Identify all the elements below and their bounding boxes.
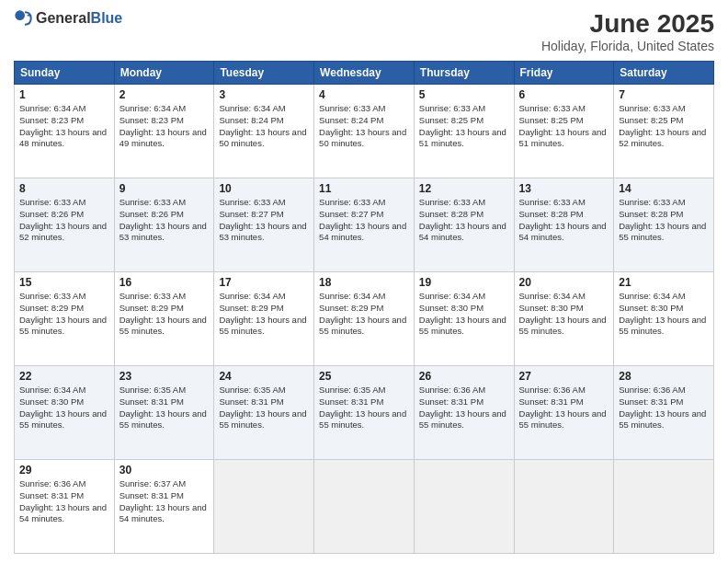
calendar-cell: 2Sunrise: 6:34 AMSunset: 8:23 PMDaylight…: [114, 85, 214, 178]
day-number: 6: [519, 88, 609, 101]
day-info: Sunrise: 6:33 AMSunset: 8:24 PMDaylight:…: [319, 103, 409, 150]
calendar-cell: [514, 460, 614, 554]
day-number: 18: [319, 276, 409, 289]
calendar-cell: 20Sunrise: 6:34 AMSunset: 8:30 PMDayligh…: [514, 272, 614, 366]
day-number: 14: [619, 182, 709, 195]
calendar-cell: 16Sunrise: 6:33 AMSunset: 8:29 PMDayligh…: [114, 272, 214, 366]
day-info: Sunrise: 6:36 AMSunset: 8:31 PMDaylight:…: [519, 385, 609, 431]
day-number: 23: [119, 370, 210, 383]
calendar-cell: 28Sunrise: 6:36 AMSunset: 8:31 PMDayligh…: [614, 366, 714, 460]
day-info: Sunrise: 6:34 AMSunset: 8:23 PMDaylight:…: [119, 103, 210, 150]
day-info: Sunrise: 6:33 AMSunset: 8:27 PMDaylight:…: [219, 197, 309, 244]
day-number: 11: [319, 182, 409, 195]
day-info: Sunrise: 6:34 AMSunset: 8:29 PMDaylight:…: [219, 291, 309, 338]
day-info: Sunrise: 6:33 AMSunset: 8:26 PMDaylight:…: [19, 197, 109, 244]
col-thursday: Thursday: [414, 62, 514, 85]
day-number: 13: [519, 182, 609, 195]
calendar-cell: 7Sunrise: 6:33 AMSunset: 8:25 PMDaylight…: [614, 85, 714, 178]
day-info: Sunrise: 6:35 AMSunset: 8:31 PMDaylight:…: [219, 385, 309, 431]
day-info: Sunrise: 6:33 AMSunset: 8:28 PMDaylight:…: [619, 197, 709, 244]
col-saturday: Saturday: [614, 62, 714, 85]
day-info: Sunrise: 6:33 AMSunset: 8:29 PMDaylight:…: [19, 291, 109, 338]
calendar-cell: 14Sunrise: 6:33 AMSunset: 8:28 PMDayligh…: [614, 178, 714, 272]
calendar-cell: [214, 460, 314, 554]
calendar-cell: 19Sunrise: 6:34 AMSunset: 8:30 PMDayligh…: [414, 272, 514, 366]
calendar-cell: 25Sunrise: 6:35 AMSunset: 8:31 PMDayligh…: [314, 366, 415, 460]
day-number: 26: [419, 370, 509, 383]
calendar-cell: 5Sunrise: 6:33 AMSunset: 8:25 PMDaylight…: [414, 85, 514, 178]
calendar-cell: 30Sunrise: 6:37 AMSunset: 8:31 PMDayligh…: [114, 460, 214, 554]
day-number: 20: [519, 276, 609, 289]
day-info: Sunrise: 6:36 AMSunset: 8:31 PMDaylight:…: [419, 385, 509, 431]
day-number: 7: [619, 88, 709, 101]
calendar-cell: 11Sunrise: 6:33 AMSunset: 8:27 PMDayligh…: [314, 178, 415, 272]
calendar-cell: 29Sunrise: 6:36 AMSunset: 8:31 PMDayligh…: [15, 460, 115, 554]
calendar-cell: 8Sunrise: 6:33 AMSunset: 8:26 PMDaylight…: [15, 178, 115, 272]
calendar-cell: 9Sunrise: 6:33 AMSunset: 8:26 PMDaylight…: [114, 178, 214, 272]
calendar-cell: 27Sunrise: 6:36 AMSunset: 8:31 PMDayligh…: [514, 366, 614, 460]
calendar-cell: 15Sunrise: 6:33 AMSunset: 8:29 PMDayligh…: [15, 272, 115, 366]
calendar-cell: 13Sunrise: 6:33 AMSunset: 8:28 PMDayligh…: [514, 178, 614, 272]
col-sunday: Sunday: [15, 62, 115, 85]
day-info: Sunrise: 6:33 AMSunset: 8:25 PMDaylight:…: [519, 103, 609, 150]
calendar-cell: [414, 460, 514, 554]
calendar-cell: [614, 460, 714, 554]
day-info: Sunrise: 6:33 AMSunset: 8:26 PMDaylight:…: [119, 197, 210, 244]
calendar-week-1: 1Sunrise: 6:34 AMSunset: 8:23 PMDaylight…: [15, 85, 714, 178]
month-title: June 2025: [541, 9, 714, 39]
day-number: 3: [219, 88, 309, 101]
day-number: 1: [19, 88, 109, 101]
day-info: Sunrise: 6:33 AMSunset: 8:25 PMDaylight:…: [619, 103, 709, 150]
day-info: Sunrise: 6:33 AMSunset: 8:25 PMDaylight:…: [419, 103, 509, 150]
calendar-cell: 24Sunrise: 6:35 AMSunset: 8:31 PMDayligh…: [214, 366, 314, 460]
day-info: Sunrise: 6:37 AMSunset: 8:31 PMDaylight:…: [119, 478, 210, 525]
calendar-cell: 3Sunrise: 6:34 AMSunset: 8:24 PMDaylight…: [214, 85, 314, 178]
day-info: Sunrise: 6:33 AMSunset: 8:27 PMDaylight:…: [319, 197, 409, 244]
logo-blue-text: Blue: [91, 10, 123, 26]
logo-general-text: General: [36, 10, 91, 26]
calendar-cell: 1Sunrise: 6:34 AMSunset: 8:23 PMDaylight…: [15, 85, 115, 178]
calendar-cell: 12Sunrise: 6:33 AMSunset: 8:28 PMDayligh…: [414, 178, 514, 272]
calendar-cell: 10Sunrise: 6:33 AMSunset: 8:27 PMDayligh…: [214, 178, 314, 272]
calendar-cell: [314, 460, 415, 554]
day-number: 9: [119, 182, 210, 195]
page: GeneralBlue June 2025 Holiday, Florida, …: [0, 0, 728, 563]
day-info: Sunrise: 6:35 AMSunset: 8:31 PMDaylight:…: [319, 385, 409, 431]
day-info: Sunrise: 6:33 AMSunset: 8:28 PMDaylight:…: [519, 197, 609, 244]
calendar-cell: 17Sunrise: 6:34 AMSunset: 8:29 PMDayligh…: [214, 272, 314, 366]
calendar-cell: 22Sunrise: 6:34 AMSunset: 8:30 PMDayligh…: [15, 366, 115, 460]
day-info: Sunrise: 6:34 AMSunset: 8:30 PMDaylight:…: [419, 291, 509, 338]
calendar-cell: 4Sunrise: 6:33 AMSunset: 8:24 PMDaylight…: [314, 85, 415, 178]
calendar-week-5: 29Sunrise: 6:36 AMSunset: 8:31 PMDayligh…: [15, 460, 714, 554]
calendar-table: Sunday Monday Tuesday Wednesday Thursday…: [14, 61, 714, 554]
day-info: Sunrise: 6:34 AMSunset: 8:30 PMDaylight:…: [619, 291, 709, 338]
calendar-cell: 26Sunrise: 6:36 AMSunset: 8:31 PMDayligh…: [414, 366, 514, 460]
day-info: Sunrise: 6:34 AMSunset: 8:23 PMDaylight:…: [19, 103, 109, 150]
title-section: June 2025 Holiday, Florida, United State…: [541, 9, 714, 53]
col-friday: Friday: [514, 62, 614, 85]
day-info: Sunrise: 6:36 AMSunset: 8:31 PMDaylight:…: [19, 478, 109, 525]
col-wednesday: Wednesday: [314, 62, 415, 85]
day-info: Sunrise: 6:33 AMSunset: 8:29 PMDaylight:…: [119, 291, 210, 338]
day-number: 24: [219, 370, 309, 383]
calendar-cell: 21Sunrise: 6:34 AMSunset: 8:30 PMDayligh…: [614, 272, 714, 366]
day-number: 25: [319, 370, 409, 383]
logo: GeneralBlue: [14, 9, 122, 28]
day-info: Sunrise: 6:36 AMSunset: 8:31 PMDaylight:…: [619, 385, 709, 431]
col-tuesday: Tuesday: [214, 62, 314, 85]
calendar-cell: 23Sunrise: 6:35 AMSunset: 8:31 PMDayligh…: [114, 366, 214, 460]
header-row: Sunday Monday Tuesday Wednesday Thursday…: [15, 62, 714, 85]
calendar-week-3: 15Sunrise: 6:33 AMSunset: 8:29 PMDayligh…: [15, 272, 714, 366]
logo-icon: [14, 9, 32, 28]
day-number: 8: [19, 182, 109, 195]
svg-point-0: [15, 10, 25, 20]
day-number: 5: [419, 88, 509, 101]
day-info: Sunrise: 6:34 AMSunset: 8:24 PMDaylight:…: [219, 103, 309, 150]
day-number: 28: [619, 370, 709, 383]
day-number: 15: [19, 276, 109, 289]
day-number: 27: [519, 370, 609, 383]
day-number: 19: [419, 276, 509, 289]
day-number: 17: [219, 276, 309, 289]
col-monday: Monday: [114, 62, 214, 85]
calendar-week-2: 8Sunrise: 6:33 AMSunset: 8:26 PMDaylight…: [15, 178, 714, 272]
